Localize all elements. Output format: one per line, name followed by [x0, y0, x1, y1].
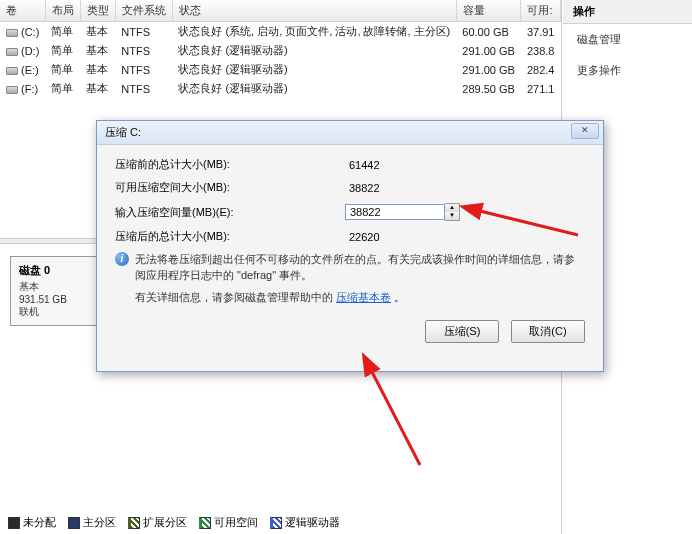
table-row[interactable]: (F:)简单基本NTFS状态良好 (逻辑驱动器)289.50 GB271.1	[0, 79, 561, 98]
volume-icon	[6, 67, 18, 75]
cancel-button[interactable]: 取消(C)	[511, 320, 585, 343]
volume-icon	[6, 48, 18, 56]
table-row[interactable]: (D:)简单基本NTFS状态良好 (逻辑驱动器)291.00 GB238.8	[0, 41, 561, 60]
label-avail: 可用压缩空间大小(MB):	[115, 180, 345, 195]
col-fs[interactable]: 文件系统	[115, 0, 172, 22]
volume-icon	[6, 29, 18, 37]
legend-box-primary	[68, 517, 80, 529]
value-total-after: 22620	[345, 230, 445, 244]
col-avail[interactable]: 可用:	[521, 0, 561, 22]
col-capacity[interactable]: 容量	[456, 0, 521, 22]
table-row[interactable]: (C:)简单基本NTFS状态良好 (系统, 启动, 页面文件, 活动, 故障转储…	[0, 22, 561, 42]
col-layout[interactable]: 布局	[45, 0, 80, 22]
shrink-amount-input[interactable]	[345, 204, 445, 220]
volume-icon	[6, 86, 18, 94]
info-text-2-pre: 有关详细信息，请参阅磁盘管理帮助中的	[135, 291, 333, 303]
spinner: ▲ ▼	[445, 203, 460, 221]
col-status[interactable]: 状态	[172, 0, 456, 22]
legend: 未分配 主分区 扩展分区 可用空间 逻辑驱动器	[8, 515, 340, 530]
volume-table: 卷 布局 类型 文件系统 状态 容量 可用: (C:)简单基本NTFS状态良好 …	[0, 0, 561, 98]
legend-box-unallocated	[8, 517, 20, 529]
label-total-before: 压缩前的总计大小(MB):	[115, 157, 345, 172]
legend-extended: 扩展分区	[143, 516, 187, 528]
shrink-button[interactable]: 压缩(S)	[425, 320, 499, 343]
help-link[interactable]: 压缩基本卷	[336, 291, 391, 303]
legend-box-extended	[128, 517, 140, 529]
value-avail: 38822	[345, 181, 445, 195]
info-text-1: 无法将卷压缩到超出任何不可移动的文件所在的点。有关完成该操作时间的详细信息，请参…	[135, 252, 585, 284]
close-button[interactable]: ✕	[571, 123, 599, 139]
col-volume[interactable]: 卷	[0, 0, 45, 22]
legend-box-free	[199, 517, 211, 529]
value-total-before: 61442	[345, 158, 445, 172]
legend-primary: 主分区	[83, 516, 116, 528]
dialog-title: 压缩 C: ✕	[97, 121, 603, 145]
action-more[interactable]: 更多操作	[563, 55, 692, 86]
legend-logical: 逻辑驱动器	[285, 516, 340, 528]
actions-header: 操作	[563, 0, 692, 24]
col-type[interactable]: 类型	[80, 0, 115, 22]
dialog-title-text: 压缩 C:	[105, 126, 141, 138]
label-input-amount: 输入压缩空间量(MB)(E):	[115, 205, 345, 220]
info-icon: i	[115, 252, 129, 266]
label-total-after: 压缩后的总计大小(MB):	[115, 229, 345, 244]
legend-box-logical	[270, 517, 282, 529]
table-row[interactable]: (E:)简单基本NTFS状态良好 (逻辑驱动器)291.00 GB282.4	[0, 60, 561, 79]
info-text-2-suf: 。	[394, 291, 405, 303]
spinner-up[interactable]: ▲	[445, 204, 459, 212]
spinner-down[interactable]: ▼	[445, 212, 459, 220]
legend-free: 可用空间	[214, 516, 258, 528]
action-disk-management[interactable]: 磁盘管理	[563, 24, 692, 55]
legend-unallocated: 未分配	[23, 516, 56, 528]
shrink-dialog: 压缩 C: ✕ 压缩前的总计大小(MB): 61442 可用压缩空间大小(MB)…	[96, 120, 604, 372]
